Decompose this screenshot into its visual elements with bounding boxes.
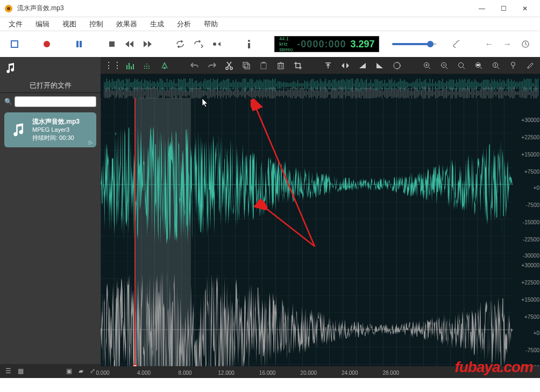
svg-rect-25: [243, 62, 248, 67]
zoom-v-button[interactable]: [490, 60, 502, 72]
menubar: 文件 编辑 视图 控制 效果器 生成 分析 帮助: [0, 17, 540, 31]
svg-point-3: [44, 41, 50, 47]
svg-point-21: [148, 66, 150, 67]
maximize-button[interactable]: ☐: [493, 1, 514, 16]
svg-rect-27: [261, 63, 266, 69]
marker-icon[interactable]: [507, 60, 519, 72]
history-icon[interactable]: [518, 37, 532, 52]
minimize-button[interactable]: —: [471, 1, 493, 16]
svg-point-16: [144, 66, 145, 67]
view-list-icon[interactable]: ☰: [5, 367, 11, 375]
view-grid-icon[interactable]: ▦: [18, 367, 24, 375]
pause-button[interactable]: [72, 37, 86, 52]
image-icon[interactable]: ▰: [79, 367, 83, 375]
svg-point-24: [230, 67, 232, 69]
window-title: 流水声音效.mp3: [17, 4, 471, 13]
menu-effects[interactable]: 效果器: [110, 19, 144, 29]
svg-rect-13: [131, 66, 132, 69]
svg-rect-2: [11, 41, 18, 47]
record-mode-button[interactable]: [210, 37, 224, 52]
file-list-item[interactable]: 流水声音效.mp3 MPEG Layer3 持续时间: 00:30 ▷: [4, 112, 96, 147]
svg-point-20: [148, 68, 150, 69]
menu-help[interactable]: 帮助: [197, 19, 224, 29]
svg-point-19: [146, 63, 147, 65]
svg-rect-26: [245, 64, 250, 69]
redo-button[interactable]: [206, 60, 218, 72]
svg-point-18: [146, 66, 147, 67]
menu-control[interactable]: 控制: [83, 19, 110, 29]
prev-arrow-icon[interactable]: ←: [482, 37, 496, 52]
copy-button[interactable]: [240, 60, 252, 72]
align-top-icon[interactable]: [322, 60, 334, 72]
loop-selection-button[interactable]: [191, 37, 205, 52]
svg-point-1: [7, 7, 10, 10]
delete-button[interactable]: [275, 60, 287, 72]
amplitude-ruler: +30000+22500+15000+7500+0-7500-15000-225…: [516, 98, 540, 366]
time-dim: -0000:000: [297, 39, 346, 50]
play-mini-icon[interactable]: ▷: [89, 139, 93, 145]
spectrum-bars-icon[interactable]: [124, 60, 136, 72]
search-input[interactable]: [15, 96, 96, 107]
fade-out-icon[interactable]: [374, 60, 386, 72]
channels-label: stereo: [279, 47, 293, 52]
speaker-icon[interactable]: [450, 37, 464, 52]
svg-rect-14: [133, 64, 134, 69]
waveform-right: [101, 261, 513, 366]
next-arrow-icon[interactable]: →: [500, 37, 514, 52]
file-format: MPEG Layer3: [32, 126, 91, 134]
svg-rect-12: [129, 63, 130, 69]
zoom-fit-button[interactable]: [456, 60, 467, 72]
loop-button[interactable]: [173, 37, 187, 52]
info-button[interactable]: [242, 37, 256, 52]
file-name: 流水声音效.mp3: [32, 118, 91, 126]
svg-point-33: [459, 62, 464, 67]
watermark: fubaya.com: [454, 359, 533, 376]
spectrum-dots-icon[interactable]: [141, 60, 153, 72]
time-position: 3.297: [350, 39, 374, 50]
svg-rect-9: [248, 43, 250, 48]
svg-point-15: [144, 68, 145, 69]
svg-point-23: [226, 67, 228, 69]
playhead[interactable]: [134, 98, 136, 366]
expand-icon[interactable]: ⤢: [90, 367, 95, 375]
waveform-left: [101, 116, 513, 253]
app-icon: [4, 4, 13, 13]
undo-button[interactable]: [189, 60, 201, 72]
sidebar-header: 已打开的文件: [0, 79, 101, 93]
folder-icon[interactable]: ▣: [66, 367, 72, 375]
svg-rect-6: [109, 41, 115, 47]
forward-button[interactable]: [141, 37, 155, 52]
brush-icon[interactable]: [524, 60, 536, 72]
rewind-button[interactable]: [123, 37, 137, 52]
close-button[interactable]: ✕: [514, 1, 536, 16]
svg-rect-11: [126, 65, 127, 69]
crop-button[interactable]: [292, 60, 304, 72]
menu-view[interactable]: 视图: [56, 19, 83, 29]
swirl-icon[interactable]: [391, 60, 403, 72]
menu-generate[interactable]: 生成: [144, 19, 170, 29]
menu-analyze[interactable]: 分析: [170, 19, 197, 29]
menu-edit[interactable]: 编辑: [29, 19, 56, 29]
fade-in-icon[interactable]: [357, 60, 368, 72]
svg-point-37: [511, 62, 515, 66]
svg-rect-5: [80, 41, 82, 47]
cut-button[interactable]: [223, 60, 235, 72]
zoom-sel-button[interactable]: [473, 60, 485, 72]
new-button[interactable]: [8, 37, 22, 52]
zoom-out-button[interactable]: [438, 60, 450, 72]
stop-button[interactable]: [105, 37, 119, 52]
record-button[interactable]: [40, 37, 54, 52]
zoom-in-button[interactable]: [421, 60, 433, 72]
drag-handle-icon[interactable]: ⋮⋮: [107, 60, 119, 72]
music-note-icon: [0, 57, 101, 79]
svg-rect-22: [164, 67, 166, 69]
flip-icon[interactable]: [339, 60, 351, 72]
volume-slider[interactable]: [392, 43, 437, 45]
overview-strip[interactable]: [101, 76, 540, 96]
paste-button[interactable]: [258, 60, 269, 72]
spectrum-arrow-icon[interactable]: [159, 60, 170, 72]
menu-file[interactable]: 文件: [2, 19, 29, 29]
waveform-area[interactable]: +30000+22500+15000+7500+0-7500-15000-225…: [101, 98, 540, 366]
samplerate-label: 44.1 kHz: [279, 36, 293, 47]
file-duration: 持续时间: 00:30: [32, 134, 91, 142]
